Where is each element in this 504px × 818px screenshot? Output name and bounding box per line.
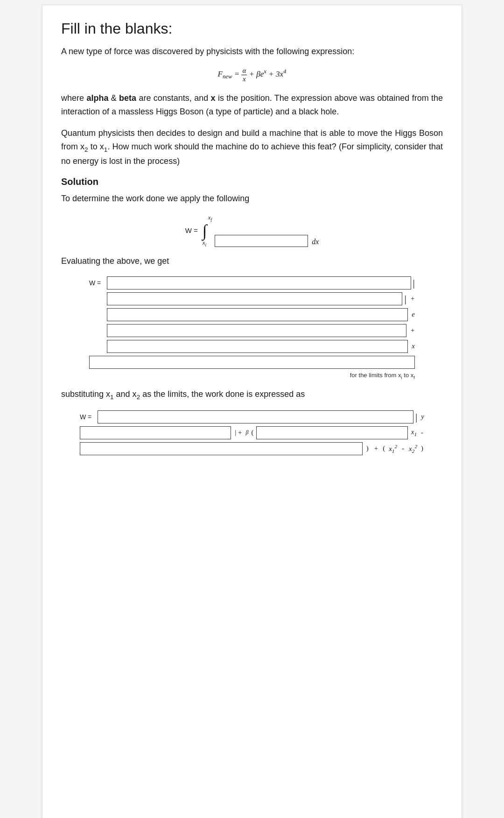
final-blank-3[interactable] <box>256 426 407 439</box>
main-formula: Fnew = α x + βex + 3x4 <box>61 67 443 83</box>
integration-answer-area: W = | | + e + x for the limit <box>89 276 415 380</box>
final-row-2: | + β ( x1 - <box>80 426 424 439</box>
final-blank-2[interactable] <box>80 426 231 439</box>
answer-row-1: W = | <box>89 276 415 289</box>
answer-row-2: | + <box>89 292 415 305</box>
answer-blank-2[interactable] <box>107 292 402 305</box>
answer-row-4: + <box>89 324 415 337</box>
where-paragraph: where alpha & beta are constants, and x … <box>61 92 443 119</box>
integral-blank[interactable] <box>215 235 308 247</box>
answer-row-3: e <box>89 308 415 321</box>
final-blank-4[interactable] <box>80 442 363 455</box>
page-container: Fill in the blanks: A new type of force … <box>42 5 462 818</box>
x-side-label: x <box>412 342 415 350</box>
eval-paragraph: Evaluating the above, we get <box>61 254 443 268</box>
quantum-paragraph: Quantum physicists then decides to desig… <box>61 127 443 168</box>
dx-label: dx <box>312 238 319 247</box>
answer-blank-6[interactable] <box>89 356 415 369</box>
final-blank-1[interactable] <box>98 410 413 423</box>
pipe-1: | <box>413 278 415 288</box>
integral-formula: W = xf ∫ xi dx <box>61 214 443 247</box>
plus-e-label: + <box>410 295 415 303</box>
w-label-2: W = <box>80 413 96 421</box>
answer-row-5: x <box>89 340 415 353</box>
answer-row-6 <box>89 356 415 369</box>
formula-fraction: α x <box>241 67 247 83</box>
solution-intro: To determine the work done we apply the … <box>61 192 443 205</box>
y-label: y <box>421 413 424 421</box>
intro-paragraph: A new type of force was discovered by ph… <box>61 45 443 58</box>
limits-note: for the limits from xi to xf <box>89 372 415 380</box>
plus-x-side: + <box>410 326 415 334</box>
formula-F: Fnew <box>218 70 232 78</box>
answer-blank-3[interactable] <box>107 308 408 321</box>
final-answer-area: W = | y | + β ( x1 - ) + ( x12 - x22 ) <box>80 410 424 455</box>
integral-symbol: xf ∫ xi <box>203 214 212 247</box>
pipe-final-1: | <box>415 412 417 422</box>
answer-blank-4[interactable] <box>107 324 406 337</box>
w-label-1: W = <box>89 279 105 287</box>
page-title: Fill in the blanks: <box>61 20 443 37</box>
substituting-paragraph: substituting x1 and x2 as the limits, th… <box>61 388 443 402</box>
final-row-3: ) + ( x12 - x22 ) <box>80 442 424 455</box>
pipe-2: | <box>404 294 406 304</box>
solution-heading: Solution <box>61 176 443 187</box>
integral-w-label: W = <box>185 226 198 234</box>
e-side-label: e <box>412 310 415 318</box>
answer-blank-5[interactable] <box>107 340 408 353</box>
final-row-1: W = | y <box>80 410 424 423</box>
answer-blank-1[interactable] <box>107 276 411 289</box>
